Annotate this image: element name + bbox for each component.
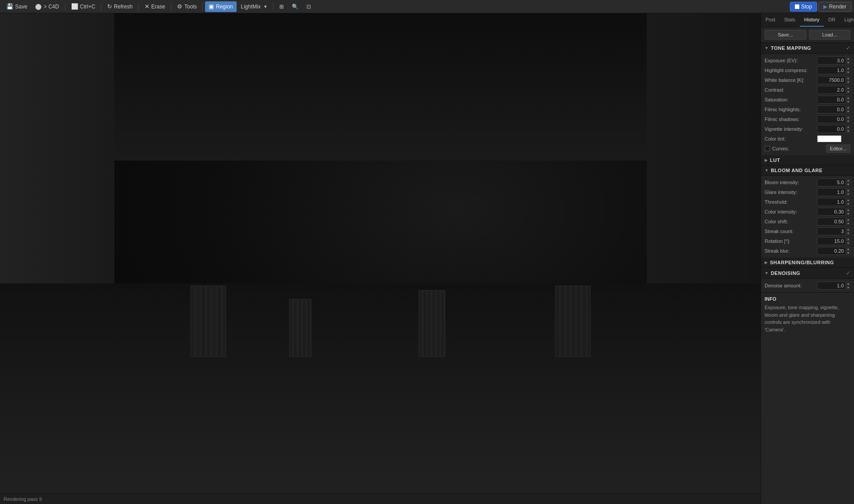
glare-intensity-up[interactable]: ▲ bbox=[846, 188, 850, 192]
stop-button[interactable]: Stop bbox=[790, 2, 817, 12]
erase-button[interactable]: ✕ Erase bbox=[141, 1, 169, 12]
curves-editor-button[interactable]: Editor... bbox=[826, 145, 850, 153]
highlight-compress-row: Highlight compress: ▲ ▼ bbox=[761, 65, 854, 75]
denoising-check: ✓ bbox=[846, 270, 850, 276]
zoom-in-button[interactable]: ⊡ bbox=[303, 1, 314, 12]
region-button[interactable]: ▣ Region bbox=[205, 1, 236, 12]
panel-content[interactable]: ▼ TONE MAPPING ✓ Exposure (EV): ▲ ▼ bbox=[761, 43, 854, 504]
streak-count-down[interactable]: ▼ bbox=[846, 231, 850, 235]
refresh-button[interactable]: ↻ Refresh bbox=[104, 1, 136, 12]
saturation-down[interactable]: ▼ bbox=[846, 100, 850, 104]
bloom-intensity-up[interactable]: ▲ bbox=[846, 178, 850, 182]
threshold-input[interactable] bbox=[817, 198, 846, 206]
filmic-highlights-input[interactable] bbox=[817, 105, 846, 113]
filmic-shadows-input[interactable] bbox=[817, 115, 846, 123]
streak-blur-up[interactable]: ▲ bbox=[846, 247, 850, 251]
highlight-compress-down[interactable]: ▼ bbox=[846, 70, 850, 74]
color-shift-down[interactable]: ▼ bbox=[846, 222, 850, 226]
ctrl-c-button[interactable]: ⬜ Ctrl+C bbox=[68, 1, 99, 12]
dropdown-icon: ▼ bbox=[263, 4, 267, 9]
exposure-down[interactable]: ▼ bbox=[846, 60, 850, 65]
lightmix-dropdown-button[interactable]: LightMix ▼ bbox=[238, 1, 271, 12]
render-button[interactable]: ▶ Render bbox=[818, 2, 851, 12]
white-balance-up[interactable]: ▲ bbox=[846, 76, 850, 80]
denoise-amount-up[interactable]: ▲ bbox=[846, 282, 850, 286]
tab-dr[interactable]: DR bbox=[824, 13, 840, 27]
contrast-down[interactable]: ▼ bbox=[846, 90, 850, 94]
c4d-button[interactable]: ⬤ > C4D bbox=[32, 1, 62, 12]
filmic-highlights-up[interactable]: ▲ bbox=[846, 105, 850, 109]
filmic-highlights-label: Filmic highlights: bbox=[765, 107, 817, 112]
panel-load-button[interactable]: Load... bbox=[809, 30, 851, 40]
color-tint-label: Color tint: bbox=[765, 136, 817, 141]
threshold-down[interactable]: ▼ bbox=[846, 202, 850, 206]
color-intensity-up[interactable]: ▲ bbox=[846, 208, 850, 212]
vignette-intensity-up[interactable]: ▲ bbox=[846, 125, 850, 129]
tab-post[interactable]: Post bbox=[761, 13, 780, 27]
contrast-up[interactable]: ▲ bbox=[846, 86, 850, 90]
color-intensity-down[interactable]: ▼ bbox=[846, 212, 850, 216]
filmic-highlights-down[interactable]: ▼ bbox=[846, 109, 850, 113]
highlight-compress-up[interactable]: ▲ bbox=[846, 66, 850, 70]
rotation-down[interactable]: ▼ bbox=[846, 241, 850, 245]
bloom-glare-section-header[interactable]: ▼ BLOOM AND GLARE bbox=[761, 165, 854, 176]
zoom-fit-button[interactable]: ⊞ bbox=[276, 1, 287, 12]
panel-save-button[interactable]: Save... bbox=[765, 30, 806, 40]
saturation-input[interactable] bbox=[817, 96, 846, 104]
vignette-intensity-input[interactable] bbox=[817, 125, 846, 133]
streak-blur-row: Streak blur: ▲ ▼ bbox=[761, 246, 854, 256]
color-shift-input[interactable] bbox=[817, 218, 846, 226]
glare-intensity-down[interactable]: ▼ bbox=[846, 192, 850, 196]
tone-mapping-section-header[interactable]: ▼ TONE MAPPING ✓ bbox=[761, 43, 854, 54]
tone-mapping-body: Exposure (EV): ▲ ▼ Highlight compress: bbox=[761, 54, 854, 155]
tab-stats[interactable]: Stats bbox=[780, 13, 800, 27]
exposure-up[interactable]: ▲ bbox=[846, 56, 850, 60]
curves-checkbox[interactable] bbox=[765, 146, 770, 151]
white-balance-down[interactable]: ▼ bbox=[846, 80, 850, 84]
color-shift-row: Color shift: ▲ ▼ bbox=[761, 217, 854, 226]
sharpening-blurring-section-header[interactable]: ▶ SHARPENING/BLURRING bbox=[761, 258, 854, 268]
stop-label: Stop bbox=[801, 4, 812, 10]
tab-lightmix[interactable]: LightMix bbox=[840, 13, 854, 27]
color-intensity-label: Color intensity: bbox=[765, 209, 817, 214]
rotation-input[interactable] bbox=[817, 237, 846, 245]
streak-blur-wrap: ▲ ▼ bbox=[817, 247, 850, 255]
lut-section-header[interactable]: ▶ LUT bbox=[761, 155, 854, 165]
color-intensity-wrap: ▲ ▼ bbox=[817, 208, 850, 216]
zoom-out-button[interactable]: 🔍 bbox=[288, 1, 302, 12]
white-balance-input[interactable] bbox=[817, 76, 846, 84]
glare-intensity-label: Glare intensity: bbox=[765, 190, 817, 195]
denoise-amount-down[interactable]: ▼ bbox=[846, 286, 850, 290]
filmic-shadows-up[interactable]: ▲ bbox=[846, 115, 850, 119]
viewport[interactable]: Rendering pass 9 bbox=[0, 13, 761, 504]
bloom-glare-arrow: ▼ bbox=[765, 168, 769, 173]
save-button[interactable]: 💾 Save bbox=[3, 1, 31, 12]
denoise-amount-input[interactable] bbox=[817, 282, 846, 290]
glare-intensity-input[interactable] bbox=[817, 188, 846, 196]
rotation-up[interactable]: ▲ bbox=[846, 237, 850, 241]
bloom-intensity-input[interactable] bbox=[817, 178, 846, 186]
bloom-intensity-row: Bloom intensity: ▲ ▼ bbox=[761, 177, 854, 187]
vignette-intensity-down[interactable]: ▼ bbox=[846, 129, 850, 133]
contrast-row: Contrast: ▲ ▼ bbox=[761, 85, 854, 95]
highlight-compress-input[interactable] bbox=[817, 66, 846, 74]
tab-history[interactable]: History bbox=[800, 13, 824, 27]
tools-button[interactable]: ⚙ Tools bbox=[173, 1, 200, 12]
denoising-section-header[interactable]: ▼ DENOISING ✓ bbox=[761, 268, 854, 279]
streak-blur-down[interactable]: ▼ bbox=[846, 251, 850, 255]
color-shift-up[interactable]: ▲ bbox=[846, 218, 850, 222]
bloom-intensity-down[interactable]: ▼ bbox=[846, 182, 850, 186]
contrast-input[interactable] bbox=[817, 86, 846, 94]
color-tint-swatch[interactable] bbox=[817, 135, 842, 142]
color-intensity-input[interactable] bbox=[817, 208, 846, 216]
streak-count-input[interactable] bbox=[817, 227, 846, 235]
saturation-up[interactable]: ▲ bbox=[846, 96, 850, 100]
refresh-icon: ↻ bbox=[107, 3, 112, 10]
filmic-shadows-down[interactable]: ▼ bbox=[846, 119, 850, 123]
exposure-input[interactable] bbox=[817, 56, 846, 65]
sharpening-blurring-arrow: ▶ bbox=[765, 260, 768, 265]
streak-count-up[interactable]: ▲ bbox=[846, 227, 850, 231]
info-section: INFO Exposure, tone mapping, vignette, b… bbox=[761, 292, 854, 337]
streak-blur-input[interactable] bbox=[817, 247, 846, 255]
threshold-up[interactable]: ▲ bbox=[846, 198, 850, 202]
